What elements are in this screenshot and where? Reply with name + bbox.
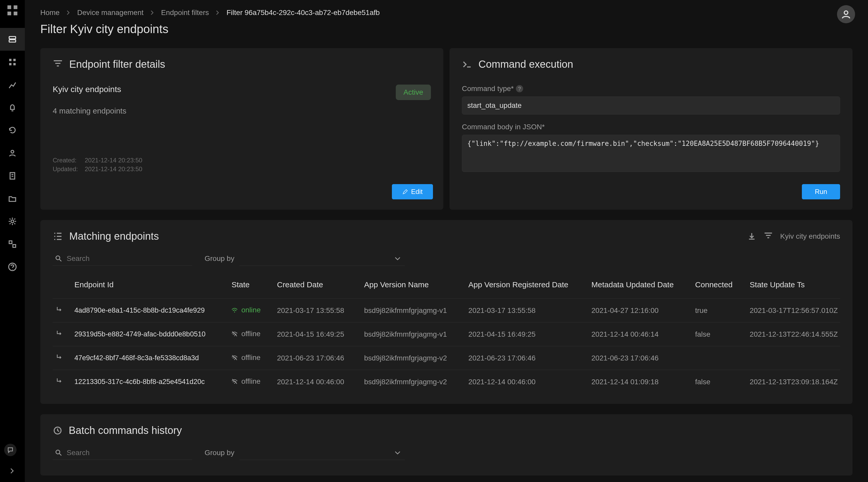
- breadcrumb-device-management[interactable]: Device management: [77, 8, 144, 17]
- cell-state-update-ts: [743, 346, 840, 370]
- subdir-icon: [56, 330, 63, 337]
- col-created-date[interactable]: Created Date: [271, 271, 358, 299]
- cell-state: online: [225, 299, 271, 322]
- cell-app-version-name: bsd9j82ikfmmfgrjagmg-v1: [358, 299, 462, 322]
- matching-count: 4 matching endpoints: [53, 107, 126, 115]
- col-app-version-registered-date[interactable]: App Version Registered Date: [462, 271, 585, 299]
- panel-command-execution: Command execution Command type* ? Comman…: [450, 48, 852, 210]
- cell-created-date: 2021-03-17 13:55:58: [271, 299, 358, 322]
- cell-metadata-updated-date: 2021-12-14 01:09:18: [585, 370, 689, 394]
- nav-settings[interactable]: [0, 210, 25, 233]
- breadcrumb-current: Filter 96a75b4c-292c-40c3-ab72-eb7debe51…: [226, 8, 380, 17]
- cell-metadata-updated-date: 2021-06-23 17:06:46: [585, 346, 689, 370]
- cell-state: offline: [225, 322, 271, 346]
- panel-filter-details: Endpoint filter details Kyiv city endpoi…: [40, 48, 443, 210]
- wifi-icon: [231, 307, 238, 313]
- subdir-icon: [56, 353, 63, 361]
- nav-device-management[interactable]: [0, 28, 25, 51]
- run-button[interactable]: Run: [802, 184, 840, 199]
- command-body-textarea[interactable]: [462, 135, 840, 172]
- user-icon: [841, 9, 851, 19]
- cell-metadata-updated-date: 2021-12-14 00:46:14: [585, 322, 689, 346]
- command-type-label: Command type*: [462, 85, 514, 93]
- sidebar: [0, 0, 25, 482]
- table-row[interactable]: 47e9cf42-8bf7-468f-8c3a-fe5338cd8a3d off…: [53, 346, 840, 370]
- col-metadata-updated-date[interactable]: Metadata Updated Date: [585, 271, 689, 299]
- table-row[interactable]: 4ad8790e-e8a1-415c-8b8b-dc19ca4fe929 onl…: [53, 299, 840, 322]
- cell-state-update-ts: 2021-12-13T23:09:18.164Z: [743, 370, 840, 394]
- terminal-icon: [462, 59, 472, 69]
- wifi-off-icon: [231, 331, 238, 337]
- table-row[interactable]: 12213305-317c-4c6b-8bf8-a25e4541d20c off…: [53, 370, 840, 394]
- sidebar-expand-toggle[interactable]: [9, 467, 16, 476]
- cell-connected: false: [689, 322, 743, 346]
- user-avatar[interactable]: [837, 5, 855, 23]
- cell-app-version-name: bsd9j82ikfmmfgrjagmg-v2: [358, 370, 462, 394]
- nav-applications[interactable]: [0, 51, 25, 74]
- cell-created-date: 2021-04-15 16:49:25: [271, 322, 358, 346]
- nav-tenants[interactable]: [0, 165, 25, 187]
- cell-state: offline: [225, 346, 271, 370]
- nav-updates[interactable]: [0, 119, 25, 142]
- wifi-off-icon: [231, 355, 238, 361]
- cell-app-version-registered-date: 2021-04-15 16:49:25: [462, 322, 585, 346]
- batch-search-box[interactable]: [53, 446, 192, 460]
- col-app-version-name[interactable]: App Version Name: [358, 271, 462, 299]
- command-type-input[interactable]: [462, 96, 840, 115]
- cell-connected: [689, 346, 743, 370]
- chevron-down-icon: [395, 450, 401, 456]
- filter-icon: [53, 59, 63, 69]
- breadcrumb-home[interactable]: Home: [40, 8, 60, 17]
- nav-help[interactable]: [0, 255, 25, 278]
- chevron-right-icon: [150, 10, 155, 15]
- filter-name: Kyiv city endpoints: [53, 85, 126, 94]
- cell-state: offline: [225, 370, 271, 394]
- breadcrumb: Home Device management Endpoint filters …: [40, 8, 852, 17]
- search-input[interactable]: [67, 254, 190, 263]
- batch-history-title: Batch commands history: [69, 425, 182, 436]
- history-icon: [53, 426, 63, 435]
- updated-label: Updated:: [53, 166, 79, 173]
- col-endpoint-id[interactable]: Endpoint Id: [68, 271, 225, 299]
- edit-button[interactable]: Edit: [392, 184, 433, 199]
- subdir-icon: [56, 306, 63, 313]
- cell-app-version-registered-date: 2021-03-17 13:55:58: [462, 299, 585, 322]
- cell-endpoint-id: 47e9cf42-8bf7-468f-8c3a-fe5338cd8a3d: [68, 346, 225, 370]
- batch-search-input[interactable]: [67, 449, 190, 457]
- search-box[interactable]: [53, 252, 192, 265]
- updated-value: 2021-12-14 20:23:50: [85, 166, 142, 173]
- table-row[interactable]: 29319d5b-e882-4749-afac-bddd0e8b0510 off…: [53, 322, 840, 346]
- chevron-right-icon: [215, 10, 220, 15]
- command-body-label: Command body in JSON*: [462, 123, 545, 131]
- nav-analytics[interactable]: [0, 74, 25, 96]
- nav-users[interactable]: [0, 142, 25, 165]
- group-by-label: Group by: [205, 254, 234, 263]
- col-state[interactable]: State: [225, 271, 271, 299]
- group-by-select[interactable]: [240, 251, 405, 266]
- filter-icon[interactable]: [764, 232, 773, 241]
- created-label: Created:: [53, 157, 79, 164]
- cell-connected: true: [689, 299, 743, 322]
- edit-button-label: Edit: [411, 188, 423, 196]
- status-badge: Active: [396, 85, 431, 100]
- batch-group-by-select[interactable]: [240, 446, 405, 460]
- page-title: Filter Kyiv city endpoints: [40, 22, 852, 36]
- cell-state-update-ts: 2021-03-17T12:56:57.010Z: [743, 299, 840, 322]
- help-icon[interactable]: ?: [516, 85, 523, 92]
- breadcrumb-endpoint-filters[interactable]: Endpoint filters: [161, 8, 209, 17]
- matching-endpoints-title: Matching endpoints: [69, 230, 159, 242]
- col-connected[interactable]: Connected: [689, 271, 743, 299]
- cell-state-update-ts: 2021-12-13T22:46:14.555Z: [743, 322, 840, 346]
- chat-bubble-icon[interactable]: [4, 444, 17, 456]
- cell-app-version-name: bsd9j82ikfmmfgrjagmg-v2: [358, 346, 462, 370]
- col-state-update-ts[interactable]: State Update Ts: [743, 271, 840, 299]
- download-icon[interactable]: [747, 232, 756, 241]
- pencil-icon: [402, 189, 408, 195]
- panel-batch-history: Batch commands history Group by: [40, 414, 852, 476]
- nav-files[interactable]: [0, 187, 25, 210]
- list-icon: [53, 231, 63, 242]
- logo-icon[interactable]: [5, 3, 20, 18]
- nav-extensions[interactable]: [0, 233, 25, 255]
- panel-matching-endpoints: Matching endpoints Kyiv city endpoints G: [40, 220, 852, 404]
- nav-alerts[interactable]: [0, 96, 25, 119]
